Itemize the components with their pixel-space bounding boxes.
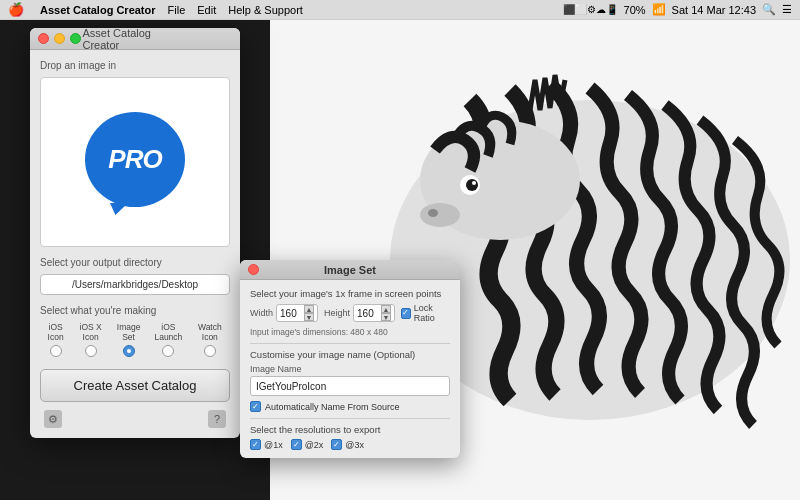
res-1x-label: @1x <box>264 440 283 450</box>
radio-ios-icon-label: iOS Icon <box>40 322 71 342</box>
app-window: Asset Catalog Creator Drop an image in P… <box>30 28 240 438</box>
image-name-input[interactable]: IGetYouProIcon <box>250 376 450 396</box>
radio-ios-x-icon[interactable]: iOS X Icon <box>71 322 110 357</box>
screen-points-label: Select your image's 1x frame in screen p… <box>250 288 450 299</box>
menubar-right: ⬛⬜⚙☁📱 70% 📶 Sat 14 Mar 12:43 🔍 ☰ <box>563 3 792 16</box>
width-input[interactable]: 160 ▲ ▼ <box>276 304 318 322</box>
radio-image-set-label: Image Set <box>110 322 147 342</box>
height-label: Height <box>324 308 350 318</box>
dimension-row: Width 160 ▲ ▼ Height 160 ▲ ▼ <box>250 303 450 323</box>
menubar-edit[interactable]: Edit <box>197 4 216 16</box>
svg-point-8 <box>428 209 438 217</box>
width-value: 160 <box>280 308 297 319</box>
window-titlebar: Asset Catalog Creator <box>30 28 240 50</box>
window-footer: ⚙ ? <box>40 410 230 428</box>
menubar-icons: ⬛⬜⚙☁📱 <box>563 4 618 15</box>
menubar-app-name[interactable]: Asset Catalog Creator <box>40 4 156 16</box>
radio-ios-launch-label: iOS Launch <box>147 322 190 342</box>
drop-label: Drop an image in <box>40 60 230 71</box>
window-close-button[interactable] <box>38 33 49 44</box>
window-minimize-button[interactable] <box>54 33 65 44</box>
divider-2 <box>250 418 450 419</box>
menubar-search-icon[interactable]: 🔍 <box>762 3 776 16</box>
dialog-close-button[interactable] <box>248 264 259 275</box>
menubar-battery: 70% <box>624 4 646 16</box>
res-1x-checkbox[interactable]: ✓ <box>250 439 261 450</box>
divider-1 <box>250 343 450 344</box>
height-stepper[interactable]: ▲ ▼ <box>381 305 391 321</box>
menubar: 🍎 Asset Catalog Creator File Edit Help &… <box>0 0 800 20</box>
res-3x-label: @3x <box>345 440 364 450</box>
output-dir-field[interactable]: /Users/markbridges/Desktop <box>40 274 230 295</box>
dialog-title: Image Set <box>324 264 376 276</box>
speech-bubble: PRO <box>85 112 185 207</box>
width-group: Width 160 ▲ ▼ <box>250 304 318 322</box>
height-input[interactable]: 160 ▲ ▼ <box>353 304 395 322</box>
auto-name-checkbox[interactable]: ✓ <box>250 401 261 412</box>
radio-watch-icon[interactable]: Watch Icon <box>190 322 230 357</box>
radio-ios-x-input[interactable] <box>85 345 97 357</box>
image-name-label: Image Name <box>250 364 450 374</box>
res-3x: ✓ @3x <box>331 439 364 450</box>
res-3x-checkbox[interactable]: ✓ <box>331 439 342 450</box>
window-controls <box>38 33 81 44</box>
window-maximize-button[interactable] <box>70 33 81 44</box>
height-value: 160 <box>357 308 374 319</box>
resolution-row: ✓ @1x ✓ @2x ✓ @3x <box>250 439 450 450</box>
pro-icon: PRO <box>85 112 185 212</box>
radio-ios-x-label: iOS X Icon <box>71 322 110 342</box>
lock-ratio-group: ✓ Lock Ratio <box>401 303 450 323</box>
window-title: Asset Catalog Creator <box>83 28 188 51</box>
radio-ios-launch-input[interactable] <box>162 345 174 357</box>
res-2x-checkbox[interactable]: ✓ <box>291 439 302 450</box>
menubar-left: 🍎 Asset Catalog Creator File Edit Help &… <box>8 2 303 17</box>
customise-title: Customise your image name (Optional) <box>250 349 450 360</box>
height-down-btn[interactable]: ▼ <box>381 313 391 321</box>
radio-watch-input[interactable] <box>204 345 216 357</box>
resolutions-title: Select the resolutions to export <box>250 424 450 435</box>
width-up-btn[interactable]: ▲ <box>304 305 314 313</box>
radio-ios-icon-input[interactable] <box>50 345 62 357</box>
settings-icon[interactable]: ⚙ <box>44 410 62 428</box>
height-group: Height 160 ▲ ▼ <box>324 304 395 322</box>
create-asset-catalog-button[interactable]: Create Asset Catalog <box>40 369 230 402</box>
radio-watch-label: Watch Icon <box>190 322 230 342</box>
lock-ratio-check-icon: ✓ <box>402 309 409 317</box>
dimensions-info: Input image's dimensions: 480 x 480 <box>250 327 450 337</box>
menubar-help[interactable]: Help & Support <box>228 4 303 16</box>
auto-name-check-icon: ✓ <box>252 403 259 411</box>
radio-ios-launch[interactable]: iOS Launch <box>147 322 190 357</box>
auto-name-row: ✓ Automatically Name From Source <box>250 401 450 412</box>
width-stepper[interactable]: ▲ ▼ <box>304 305 314 321</box>
dialog-titlebar: Image Set <box>240 260 460 280</box>
auto-name-label: Automatically Name From Source <box>265 402 400 412</box>
lock-ratio-label: Lock Ratio <box>414 303 450 323</box>
radio-ios-icon[interactable]: iOS Icon <box>40 322 71 357</box>
making-label: Select what you're making <box>40 305 230 316</box>
pro-text: PRO <box>108 144 161 175</box>
res-2x-label: @2x <box>305 440 324 450</box>
height-up-btn[interactable]: ▲ <box>381 305 391 313</box>
image-drop-zone[interactable]: PRO <box>40 77 230 247</box>
res-2x: ✓ @2x <box>291 439 324 450</box>
width-down-btn[interactable]: ▼ <box>304 313 314 321</box>
menubar-datetime: Sat 14 Mar 12:43 <box>672 4 756 16</box>
window-content: Drop an image in PRO Select your output … <box>30 50 240 438</box>
radio-image-set[interactable]: Image Set <box>110 322 147 357</box>
apple-menu-icon[interactable]: 🍎 <box>8 2 24 17</box>
svg-point-5 <box>466 179 478 191</box>
menubar-list-icon[interactable]: ☰ <box>782 3 792 16</box>
dialog-content: Select your image's 1x frame in screen p… <box>240 280 460 458</box>
menubar-file[interactable]: File <box>168 4 186 16</box>
svg-point-7 <box>420 203 460 227</box>
menubar-wifi-icon: 📶 <box>652 3 666 16</box>
image-set-dialog: Image Set Select your image's 1x frame i… <box>240 260 460 458</box>
svg-point-6 <box>472 181 476 185</box>
lock-ratio-checkbox[interactable]: ✓ <box>401 308 411 319</box>
output-dir-label: Select your output directory <box>40 257 230 268</box>
radio-image-set-input[interactable] <box>123 345 135 357</box>
help-icon[interactable]: ? <box>208 410 226 428</box>
res-1x-check: ✓ <box>252 441 259 449</box>
res-1x: ✓ @1x <box>250 439 283 450</box>
width-label: Width <box>250 308 273 318</box>
